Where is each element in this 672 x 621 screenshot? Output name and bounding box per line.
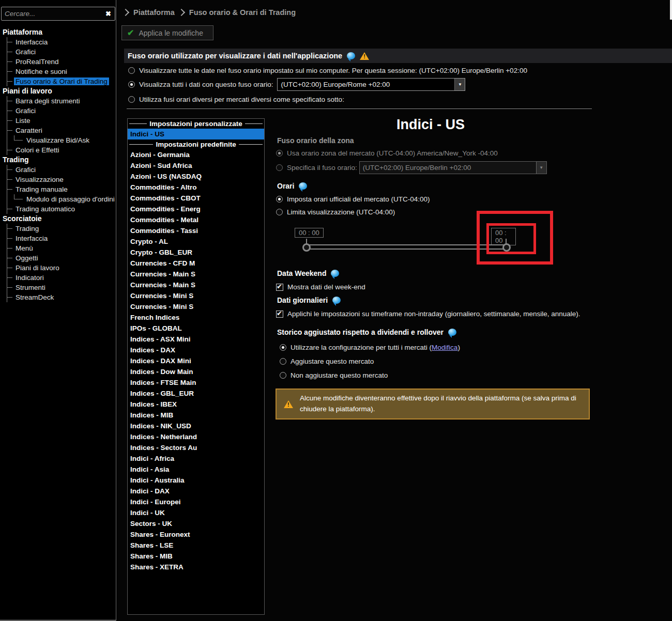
history-option-adjust[interactable]: Aggiustare questo mercato (280, 358, 374, 365)
market-list-item[interactable]: Indici - Asia (128, 464, 264, 475)
market-list-item[interactable]: Indices - Netherland (128, 431, 264, 442)
sidebar-item[interactable]: Barra degli strumenti (7, 96, 115, 106)
market-list-item[interactable]: Shares - XETRA (128, 562, 264, 572)
sidebar-item[interactable]: ProRealTrend (7, 57, 115, 67)
radio-icon[interactable] (276, 164, 283, 171)
radio-icon[interactable] (128, 67, 135, 74)
sidebar-item[interactable]: Interfaccia (7, 37, 115, 47)
market-list-item[interactable]: Sectors - UK (128, 518, 264, 529)
hours-option-limit[interactable]: Limita visualizzazione (UTC-04:00) (276, 208, 395, 216)
sidebar-item[interactable]: Caratteri (7, 126, 115, 135)
market-list-item[interactable]: Indices - DAX Mini (128, 355, 264, 366)
market-list-item[interactable]: Commodities - Energ (128, 204, 264, 214)
market-list-item[interactable]: Indici - Africa (128, 453, 264, 464)
radio-icon[interactable] (276, 150, 283, 157)
sidebar-item[interactable]: Trading manuale (7, 184, 115, 194)
sidebar-item[interactable]: Grafici (7, 47, 115, 57)
market-list-item[interactable]: Indices - NIK_USD (128, 421, 264, 431)
market-list-item[interactable]: Indices - Dow Main (128, 366, 264, 377)
market-list-item[interactable]: Commodities - Tassi (128, 225, 264, 236)
search-input[interactable] (2, 10, 102, 18)
radio-icon[interactable] (280, 372, 286, 379)
radio-icon[interactable] (280, 358, 286, 365)
sidebar-item[interactable]: Visualizzazione (7, 175, 115, 184)
market-list-item[interactable]: Indices - ASX Mini (128, 334, 264, 345)
sidebar-item[interactable]: Trading automatico (7, 204, 115, 214)
market-list-item[interactable]: Indici - UK (128, 507, 264, 518)
radio-icon[interactable] (276, 209, 283, 215)
sidebar-item[interactable]: Trading (7, 224, 115, 234)
radio-icon[interactable] (128, 96, 135, 103)
sidebar-item[interactable]: Strumenti (7, 283, 115, 292)
market-list-item[interactable]: Commodities - Metal (128, 214, 264, 225)
market-list-item[interactable]: Indici - Europei (128, 496, 264, 507)
market-list-item[interactable]: Commodities - Altro (128, 182, 264, 193)
tz-option-single[interactable]: Visualizza tutti i dati con questo fuso … (128, 78, 465, 91)
sidebar-item[interactable]: Grafici (7, 106, 115, 116)
market-list-item[interactable]: Indici - Australia (128, 475, 264, 486)
sidebar-item[interactable]: Grafici (7, 165, 115, 175)
sidebar-item[interactable]: Liste (7, 116, 115, 126)
sidebar-item[interactable]: StreamDeck (7, 292, 115, 302)
breadcrumb-item[interactable]: Fuso orario & Orari di Trading (189, 8, 296, 17)
sidebar-item[interactable]: Indicatori (7, 273, 115, 283)
market-list-item[interactable]: Indices - MIB (128, 410, 264, 421)
sidebar-item[interactable]: Colori e Effetti (7, 145, 115, 155)
sidebar-item[interactable]: Menù (7, 243, 115, 253)
dropdown-arrow-icon[interactable]: ▼ (454, 79, 465, 90)
market-list-item[interactable]: Shares - Euronext (128, 529, 264, 540)
market-list-item[interactable]: IPOs - GLOBAL (128, 323, 264, 334)
sidebar-section[interactable]: Trading (3, 155, 115, 165)
market-list-item[interactable]: Currencies - Mini S (128, 301, 264, 312)
checkbox-icon[interactable] (276, 310, 283, 318)
checkbox-icon[interactable] (276, 284, 283, 291)
daily-checkbox-row[interactable]: Applichi le impostazioni su timeframe no… (276, 310, 581, 318)
market-list-item[interactable]: Indices - GBL_EUR (128, 388, 264, 399)
sidebar-item[interactable]: Interfaccia (7, 234, 115, 243)
tz-option-per-market[interactable]: Utilizza fusi orari diversi per mercati … (128, 96, 344, 103)
breadcrumb-item[interactable]: Piattaforma (133, 8, 175, 17)
sidebar-section[interactable]: Scorciatoie (3, 214, 115, 224)
market-list-item[interactable]: Crypto - AL (128, 236, 264, 247)
history-option-global[interactable]: Utilizzare la configurazione per tutti i… (280, 344, 460, 351)
market-list-item[interactable]: Currencies - Main S (128, 280, 264, 290)
market-list-item[interactable]: Indices - DAX (128, 345, 264, 355)
clear-search-icon[interactable]: ✖ (102, 10, 115, 18)
zone-option-market[interactable]: Usa orario zona del mercato (UTC-04:00) … (276, 149, 498, 157)
sidebar-item[interactable]: Visualizzare Bid/Ask (7, 135, 115, 145)
dropdown-arrow-icon[interactable]: ▼ (536, 162, 546, 174)
market-list-item[interactable]: Commodities - CBOT (128, 193, 264, 204)
sidebar-item[interactable]: Oggetti (7, 253, 115, 263)
sidebar-item[interactable]: Fuso orario & Orari di Trading (7, 76, 115, 86)
radio-icon[interactable] (280, 344, 286, 351)
market-list-item[interactable]: Currencies - CFD M (128, 258, 264, 269)
tz-option-computer[interactable]: Visualizzare tutte le date nel fuso orar… (128, 67, 527, 74)
market-list-item[interactable]: Indici - US (128, 129, 264, 139)
market-list-item[interactable]: Shares - LSE (128, 540, 264, 551)
zone-timezone-select[interactable]: (UTC+02:00) Europe/Berlin +02:00 ▼ (359, 161, 547, 174)
sidebar-item[interactable]: Notifiche e suoni (7, 67, 115, 76)
market-list-item[interactable]: Azioni - Germania (128, 149, 264, 160)
market-list-item[interactable]: Currencies - Main S (128, 269, 264, 280)
sidebar-section[interactable]: Piani di lavoro (3, 86, 115, 96)
market-list-item[interactable]: Currencies - Mini S (128, 290, 264, 301)
apply-changes-button[interactable]: ✔ Applica le modifiche (121, 25, 213, 40)
sidebar-item[interactable]: Modulo di passaggio d'ordini (7, 194, 115, 204)
radio-icon[interactable] (128, 81, 135, 88)
market-list-item[interactable]: Shares - MIB (128, 551, 264, 562)
market-list-item[interactable]: French Indices (128, 312, 264, 323)
weekend-checkbox-row[interactable]: Mostra dati del week-end (276, 283, 365, 291)
zone-option-custom[interactable]: Specifica il fuso orario: (UTC+02:00) Eu… (276, 161, 547, 174)
sidebar-item[interactable]: Piani di lavoro (7, 263, 115, 273)
radio-icon[interactable] (276, 196, 283, 203)
modifica-link[interactable]: Modifica (432, 344, 457, 351)
timezone-select[interactable]: (UTC+02:00) Europe/Rome +02:00 ▼ (277, 78, 465, 91)
start-time-box[interactable]: 00 : 00 (295, 228, 324, 238)
market-list-item[interactable]: Indices - Sectors Au (128, 442, 264, 453)
market-list-item[interactable]: Indici - DAX (128, 486, 264, 496)
market-list-item[interactable]: Crypto - GBL_EUR (128, 247, 264, 258)
hours-option-official[interactable]: Imposta orari ufficiali del mercato (UTC… (276, 195, 430, 203)
start-handle[interactable] (302, 243, 311, 252)
market-list-item[interactable]: Azioni - Sud Africa (128, 160, 264, 171)
sidebar-section[interactable]: Piattaforma (3, 27, 115, 37)
